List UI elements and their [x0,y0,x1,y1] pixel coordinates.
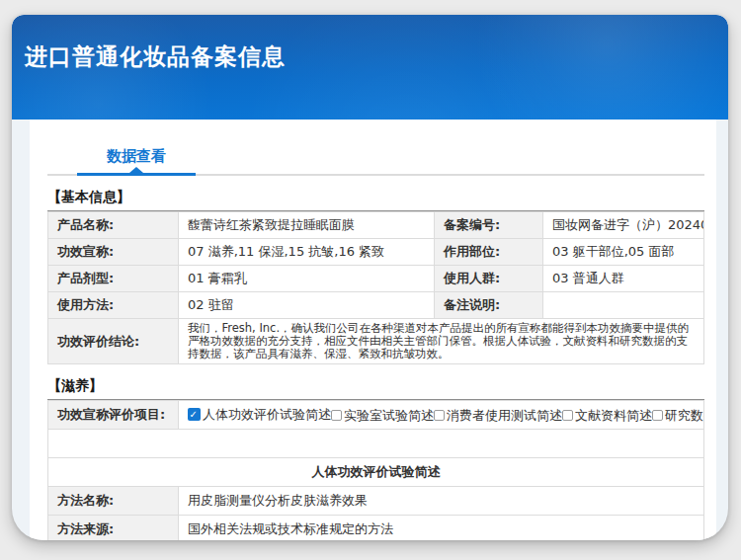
field-label: 作用部位: [435,239,543,266]
field-value: 国外相关法规或技术标准规定的方法 [179,516,704,541]
field-label: 使用方法: [48,292,179,319]
checkbox-unchecked-icon[interactable] [331,410,342,421]
tab-data-view[interactable]: 数据查看 [77,147,196,176]
field-label: 产品剂型: [48,266,179,292]
field-label: 备案编号: [435,212,543,239]
field-label: 功效宣称: [48,239,179,266]
page-header: 进口普通化妆品备案信息 [12,15,728,120]
table-row: 功效宣称: 07 滋养,11 保湿,15 抗皱,16 紧致 作用部位: 03 躯… [48,239,704,266]
checkbox-checked-icon[interactable] [188,408,201,421]
checkbox-label: 文献资料简述 [575,407,652,425]
subsection-title: 人体功效评价试验简述 [48,458,704,487]
content-panel: 数据查看 【基本信息】 产品名称: 馥蕾诗红茶紧致提拉睡眠面膜 备案编号: 国妆… [30,120,716,540]
spacer-row [48,430,704,458]
field-value: 07 滋养,11 保湿,15 抗皱,16 紧致 [179,239,435,266]
table-row: 方法来源: 国外相关法规或技术标准规定的方法 [48,516,704,541]
checkbox-unchecked-icon[interactable] [652,410,663,421]
checkbox-item[interactable]: 实验室试验简述 [331,407,434,425]
checkbox-item[interactable]: 消费者使用测试简述 [434,407,562,425]
field-label: 功效评价结论: [48,319,179,364]
evaluation-items-cell: 人体功效评价试验简述实验室试验简述消费者使用测试简述文献资料简述研究数据简述 [179,401,704,430]
tab-data-view-label: 数据查看 [107,147,166,165]
table-row: 产品名称: 馥蕾诗红茶紧致提拉睡眠面膜 备案编号: 国妆网备进字（沪）20240… [48,212,704,239]
basic-info-table: 产品名称: 馥蕾诗红茶紧致提拉睡眠面膜 备案编号: 国妆网备进字（沪）20240… [47,211,704,364]
field-value: 03 躯干部位,05 面部 [543,239,704,266]
table-row: 人体功效评价试验简述 [48,458,704,487]
filing-card: 进口普通化妆品备案信息 数据查看 【基本信息】 产品名称: 馥蕾诗红茶紧致提拉睡… [12,15,728,540]
page-title: 进口普通化妆品备案信息 [12,15,728,72]
checkbox-label: 消费者使用测试简述 [447,407,562,425]
table-row: 产品剂型: 01 膏霜乳 使用人群: 03 普通人群 [48,266,704,292]
table-row: 功效宣称评价项目: 人体功效评价试验简述实验室试验简述消费者使用测试简述文献资料… [48,401,704,430]
field-label: 方法来源: [48,516,179,541]
checkbox-item[interactable]: 人体功效评价试验简述 [188,406,331,424]
field-label: 备注说明: [435,292,543,319]
field-value: 馥蕾诗红茶紧致提拉睡眠面膜 [179,212,435,239]
checkbox-unchecked-icon[interactable] [434,410,445,421]
field-label: 产品名称: [48,212,179,239]
field-value: 国妆网备进字（沪）2024006342 [543,212,704,239]
field-label: 功效宣称评价项目: [48,401,179,430]
field-value: 02 驻留 [179,292,435,319]
field-value: 03 普通人群 [543,266,704,292]
checkbox-label: 实验室试验简述 [344,407,434,425]
checkbox-item[interactable]: 文献资料简述 [562,407,652,425]
checkbox-item[interactable]: 研究数据简述 [652,407,704,425]
table-row: 方法名称: 用皮脂测量仪分析皮肤滋养效果 [48,487,704,516]
field-value [543,292,704,319]
tab-active-pointer-icon [129,167,143,173]
field-value-conclusion: 我们，Fresh, Inc.，确认我们公司在各种渠道对本产品提出的所有宣称都能得… [179,319,704,364]
field-value: 用皮脂测量仪分析皮肤滋养效果 [179,487,704,516]
field-value: 01 膏霜乳 [179,266,435,292]
section-title-basic-info: 【基本信息】 [47,189,704,211]
checkbox-label: 研究数据简述 [665,407,704,425]
table-row: 功效评价结论: 我们，Fresh, Inc.，确认我们公司在各种渠道对本产品提出… [48,319,704,364]
checkbox-label: 人体功效评价试验简述 [203,406,331,424]
checkbox-unchecked-icon[interactable] [562,410,573,421]
table-row: 使用方法: 02 驻留 备注说明: [48,292,704,319]
nourish-table: 功效宣称评价项目: 人体功效评价试验简述实验室试验简述消费者使用测试简述文献资料… [47,400,704,540]
tab-bar: 数据查看 [47,120,704,176]
spacer-cell [48,430,704,458]
field-label: 方法名称: [48,487,179,516]
field-label: 使用人群: [435,266,543,292]
section-title-nourish: 【滋养】 [47,377,704,400]
